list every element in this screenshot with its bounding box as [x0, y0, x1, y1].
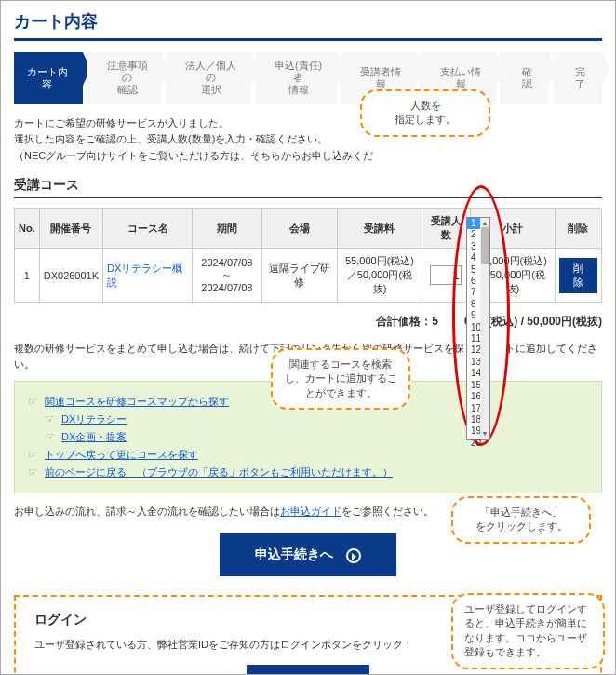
step-entity: 法人／個人の選択: [166, 52, 250, 104]
table-row: 1 DX026001K DXリテラシー概説 2024/07/08～2024/07…: [15, 249, 602, 303]
cell-no: 1: [15, 249, 40, 303]
arrow-right-icon: [346, 548, 361, 563]
quantity-input[interactable]: [430, 265, 462, 285]
callout-proceed: 「申込手続きへ」をクリックします。: [451, 496, 591, 544]
scrollbar-thumb[interactable]: [481, 227, 489, 264]
th-no: No.: [15, 209, 40, 249]
link-icon: ☞: [28, 466, 41, 479]
link-icon: ☞: [45, 430, 58, 443]
related-map-link[interactable]: 関連コースを研修コースマップから探す: [45, 396, 229, 407]
related-back-link[interactable]: 前のページに戻る （ブラウザの「戻る」ボタンもご利用いただけます。）: [45, 466, 393, 478]
step-cart: カート内容: [14, 52, 83, 104]
th-qty: 受講人数: [422, 209, 470, 249]
delete-button[interactable]: 削除: [559, 258, 597, 293]
related-dx-plan-link[interactable]: DX企画・提案: [61, 431, 127, 442]
link-icon: ☞: [28, 395, 41, 408]
progress-steps: カート内容 注意事項の確認 法人／個人の選択 申込(責任)者情報 受講者情報 支…: [14, 52, 602, 104]
th-name: コース名: [103, 209, 193, 249]
courses-table: No. 開催番号 コース名 期間 会場 受講料 受講人数 小計 削除 1 DX0…: [14, 208, 602, 303]
th-code: 開催番号: [39, 209, 102, 249]
page-title: カート内容: [14, 10, 602, 41]
intro-text: カートにご希望の研修サービスが入りました。 選択した内容をご確認の上、受講人数(…: [14, 115, 602, 165]
cell-course-name[interactable]: DXリテラシー概説: [103, 249, 193, 303]
th-fee: 受講料: [338, 209, 422, 249]
scrollbar[interactable]: [480, 218, 489, 439]
link-icon: ☞: [45, 412, 58, 425]
total-price: 合計価格：500円(税込) / 50,000円(税抜): [14, 314, 602, 330]
proceed-button[interactable]: 申込手続きへ: [220, 533, 396, 576]
cell-fee: 55,000円(税込)／50,000円(税抜): [338, 249, 422, 303]
quantity-dropdown[interactable]: 1 2 3 4 5 6 7 8 9 10 11 12 13 14 15 16 1…: [466, 217, 490, 440]
login-button[interactable]: ログイン: [247, 665, 369, 675]
step-notice: 注意事項の確認: [87, 52, 163, 104]
link-icon: ☞: [28, 448, 41, 461]
guide-link[interactable]: お申込ガイド: [280, 506, 341, 517]
related-dx-literacy-link[interactable]: DXリテラシー: [61, 413, 127, 425]
step-applicant: 申込(責任)者情報: [255, 52, 337, 104]
th-del: 削除: [555, 209, 601, 249]
callout-login: ユーザ登録してログインすると、申込手続きが簡単になります。ココからユーザ登録もで…: [451, 593, 605, 669]
cell-delete: 削除: [555, 249, 601, 303]
th-venue: 会場: [261, 209, 338, 249]
cell-period: 2024/07/08～2024/07/08: [193, 249, 261, 303]
step-done: 完了: [553, 52, 602, 104]
th-period: 期間: [193, 209, 261, 249]
related-top-link[interactable]: トップへ戻って更にコースを探す: [45, 449, 198, 460]
callout-quantity: 人数を指定します。: [360, 89, 490, 137]
cell-code: DX026001K: [39, 249, 102, 303]
step-confirm: 確認: [500, 52, 549, 104]
section-courses-heading: 受講コース: [14, 177, 602, 198]
callout-related: 関連するコースを検索し、カートに追加することができます。: [271, 348, 410, 410]
cell-venue: 遠隔ライブ研修: [261, 249, 338, 303]
cell-qty: [422, 249, 470, 303]
